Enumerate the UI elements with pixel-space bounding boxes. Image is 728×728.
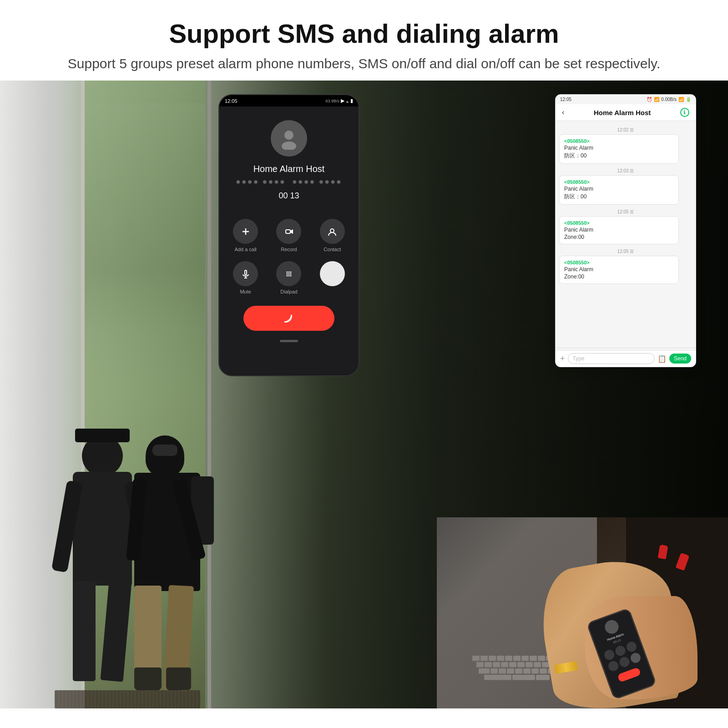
- sms-type-input[interactable]: Type: [568, 353, 655, 364]
- sms-from-4: <0508550>: [564, 260, 674, 265]
- svg-point-16: [286, 275, 288, 276]
- battery-icon: 🔋: [686, 97, 691, 102]
- svg-point-0: [284, 131, 293, 140]
- sms-text-3b: Zone:00: [564, 234, 674, 240]
- end-call-button[interactable]: [243, 306, 334, 331]
- info-button[interactable]: ℹ: [680, 108, 689, 117]
- phone-hand-photo: Home Alarm 00:13: [437, 517, 728, 708]
- page: Support SMS and dialing alarm Support 5 …: [0, 0, 728, 728]
- sms-time: 12:05: [560, 97, 571, 102]
- burglar-2: [132, 435, 205, 690]
- small-phone-end-btn: [617, 667, 641, 682]
- caller-name: Home Alarm Host: [253, 164, 325, 174]
- sms-messages: 12:02 ☰ <0508550> Panic Alarm 防区：00 12:0…: [556, 121, 696, 348]
- clock-icon: ⏰: [647, 97, 652, 102]
- call-buttons: Add a call Record: [228, 219, 349, 294]
- sms-input-bar: + Type 📋 Send: [556, 350, 696, 367]
- svg-point-10: [286, 271, 288, 273]
- sms-text-1a: Panic Alarm: [564, 145, 674, 151]
- sms-header: ‹ Home Alarm Host ℹ: [556, 104, 696, 121]
- call-battery: ▮: [350, 98, 353, 104]
- sms-text-4b: Zone:00: [564, 273, 674, 280]
- svg-point-15: [290, 273, 291, 274]
- sms-text-1b: 防区：00: [564, 152, 674, 160]
- wifi-icon: 📶: [654, 97, 659, 102]
- sms-text-3a: Panic Alarm: [564, 227, 674, 233]
- caller-avatar: [271, 120, 307, 157]
- sms-attach-icon[interactable]: 📋: [657, 354, 667, 363]
- sms-placeholder: Type: [573, 355, 585, 362]
- sms-text-2b: 防区：00: [564, 193, 674, 201]
- sms-time-1: 12:02 ☰: [559, 127, 692, 132]
- contact-icon: [327, 227, 337, 237]
- record-button[interactable]: Record: [272, 219, 306, 252]
- sms-time-3: 12:05 ☰: [559, 209, 692, 214]
- svg-rect-4: [286, 230, 290, 233]
- red-nail-1: [676, 552, 690, 571]
- call-status-bar: 12:05 63.9B/s ▶ ⟁ ▮: [219, 95, 359, 106]
- call-duration: 00 13: [278, 191, 299, 201]
- svg-point-12: [290, 271, 291, 273]
- call-signal: ▶: [341, 98, 344, 104]
- sms-send-label: Send: [674, 355, 687, 362]
- sms-status-icons: ⏰ 📶 0.00B/s 📶 🔋: [647, 97, 691, 102]
- door-mat: [55, 690, 200, 708]
- sms-text-2a: Panic Alarm: [564, 186, 674, 192]
- phone-call-mockup: 12:05 63.9B/s ▶ ⟁ ▮ Home Al: [218, 94, 359, 376]
- call-wifi: ⟁: [346, 98, 349, 104]
- sms-bubble-2: <0508550> Panic Alarm 防区：00: [559, 175, 679, 205]
- svg-point-6: [330, 229, 334, 233]
- red-nail-2: [657, 545, 668, 560]
- mute-label: Mute: [240, 289, 251, 294]
- contact-button[interactable]: Contact: [315, 219, 349, 252]
- sms-bubble-1: <0508550> Panic Alarm 防区：00: [559, 134, 679, 164]
- sms-from-2: <0508550>: [564, 179, 674, 185]
- svg-point-1: [282, 142, 296, 150]
- call-content: Home Alarm Host ●●●● ●●●● ●●●● ●●●● 00 1…: [219, 106, 359, 374]
- record-label: Record: [281, 247, 297, 252]
- speaker-button[interactable]: [315, 261, 349, 294]
- svg-marker-5: [290, 229, 293, 234]
- page-subtitle: Support 5 groups preset alarm phone numb…: [27, 56, 701, 71]
- svg-point-18: [290, 275, 291, 276]
- call-network-speed: 63.9B/s: [325, 99, 339, 103]
- person-icon: [278, 127, 300, 150]
- phone-sms-mockup: 12:05 ⏰ 📶 0.00B/s 📶 🔋 ‹ Home Alarm Host …: [555, 94, 696, 367]
- sms-add-icon[interactable]: +: [560, 354, 565, 364]
- mute-icon: [241, 269, 251, 279]
- svg-point-14: [288, 273, 289, 274]
- home-indicator: [280, 340, 298, 342]
- end-call-icon: [283, 312, 295, 325]
- dialpad-label: Dialpad: [280, 289, 297, 294]
- contact-label: Contact: [324, 247, 341, 252]
- main-area: 12:05 63.9B/s ▶ ⟁ ▮ Home Al: [0, 81, 728, 708]
- svg-point-17: [288, 275, 289, 276]
- add-call-button[interactable]: Add a call: [228, 219, 263, 252]
- record-icon: [284, 227, 294, 237]
- door-frame-right: [207, 81, 211, 708]
- speaker-circle: [320, 261, 345, 286]
- mute-button[interactable]: Mute: [228, 261, 263, 294]
- svg-point-13: [286, 273, 288, 274]
- small-phone-time: 00:13: [612, 638, 621, 644]
- header: Support SMS and dialing alarm Support 5 …: [0, 0, 728, 81]
- back-arrow[interactable]: ‹: [562, 108, 564, 116]
- add-call-label: Add a call: [235, 247, 257, 252]
- call-time: 12:05: [225, 98, 238, 104]
- signal-bars: 📶: [678, 97, 684, 102]
- speed-label: 0.00B/s: [661, 97, 677, 102]
- sms-time-2: 12:03 ☰: [559, 168, 692, 173]
- dialpad-button[interactable]: Dialpad: [272, 261, 306, 294]
- hand-scene: Home Alarm 00:13: [437, 517, 728, 708]
- dialpad-icon: [284, 269, 294, 279]
- sms-bubble-4: <0508550> Panic Alarm Zone:00: [559, 256, 679, 284]
- hand-phone-area: Home Alarm 00:13: [524, 536, 728, 708]
- sms-text-4a: Panic Alarm: [564, 266, 674, 273]
- sms-send-button[interactable]: Send: [669, 354, 691, 364]
- plus-icon: [241, 227, 251, 237]
- sms-from-1: <0508550>: [564, 138, 674, 144]
- sms-time-4: 12:05 ☰: [559, 249, 692, 254]
- svg-rect-7: [245, 270, 247, 275]
- page-title: Support SMS and dialing alarm: [27, 18, 701, 49]
- sms-from-3: <0508550>: [564, 220, 674, 226]
